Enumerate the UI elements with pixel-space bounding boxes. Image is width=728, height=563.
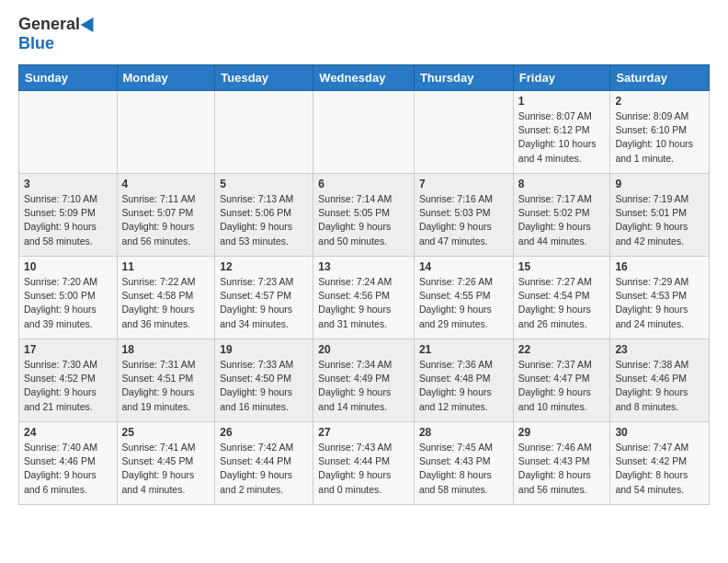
day-info: Sunrise: 7:16 AMSunset: 5:03 PMDaylight:… [419, 192, 508, 248]
day-number: 28 [419, 426, 508, 439]
day-number: 19 [220, 343, 308, 356]
table-row: 25Sunrise: 7:41 AMSunset: 4:45 PMDayligh… [117, 422, 215, 505]
day-number: 29 [518, 426, 606, 439]
header: General Blue [18, 15, 710, 53]
table-row: 5Sunrise: 7:13 AMSunset: 5:06 PMDaylight… [215, 174, 313, 257]
day-info: Sunrise: 7:10 AMSunset: 5:09 PMDaylight:… [24, 192, 112, 248]
table-row: 28Sunrise: 7:45 AMSunset: 4:43 PMDayligh… [414, 422, 513, 505]
day-number: 4 [122, 178, 210, 190]
table-row: 19Sunrise: 7:33 AMSunset: 4:50 PMDayligh… [215, 339, 313, 422]
table-row [19, 91, 118, 174]
table-row: 18Sunrise: 7:31 AMSunset: 4:51 PMDayligh… [117, 339, 215, 422]
day-number: 17 [24, 343, 112, 356]
day-number: 6 [318, 178, 409, 190]
day-info: Sunrise: 7:40 AMSunset: 4:46 PMDaylight:… [24, 441, 112, 497]
day-number: 7 [419, 178, 508, 190]
day-number: 9 [615, 178, 704, 190]
logo-triangle-icon [81, 13, 100, 31]
day-info: Sunrise: 7:34 AMSunset: 4:49 PMDaylight:… [318, 358, 409, 414]
day-info: Sunrise: 7:43 AMSunset: 4:44 PMDaylight:… [318, 441, 409, 497]
day-number: 27 [318, 426, 409, 439]
day-info: Sunrise: 8:09 AMSunset: 6:10 PMDaylight:… [615, 109, 704, 166]
week-row-5: 24Sunrise: 7:40 AMSunset: 4:46 PMDayligh… [19, 422, 710, 505]
day-info: Sunrise: 7:29 AMSunset: 4:53 PMDaylight:… [615, 275, 704, 331]
table-row: 13Sunrise: 7:24 AMSunset: 4:56 PMDayligh… [313, 257, 415, 339]
day-number: 18 [122, 343, 210, 356]
day-info: Sunrise: 7:26 AMSunset: 4:55 PMDaylight:… [419, 275, 508, 331]
day-info: Sunrise: 7:13 AMSunset: 5:06 PMDaylight:… [220, 192, 308, 248]
table-row: 14Sunrise: 7:26 AMSunset: 4:55 PMDayligh… [414, 257, 513, 339]
table-row: 27Sunrise: 7:43 AMSunset: 4:44 PMDayligh… [313, 422, 415, 505]
table-row: 20Sunrise: 7:34 AMSunset: 4:49 PMDayligh… [313, 339, 415, 422]
day-number: 30 [615, 426, 704, 439]
table-row: 12Sunrise: 7:23 AMSunset: 4:57 PMDayligh… [215, 257, 313, 339]
weekday-header-sunday: Sunday [19, 65, 118, 91]
day-info: Sunrise: 7:37 AMSunset: 4:47 PMDaylight:… [518, 358, 606, 414]
table-row: 17Sunrise: 7:30 AMSunset: 4:52 PMDayligh… [19, 339, 118, 422]
day-number: 10 [24, 260, 112, 273]
week-row-4: 17Sunrise: 7:30 AMSunset: 4:52 PMDayligh… [19, 339, 710, 422]
table-row [117, 91, 215, 174]
day-info: Sunrise: 7:14 AMSunset: 5:05 PMDaylight:… [318, 192, 409, 248]
day-number: 26 [220, 426, 308, 439]
day-info: Sunrise: 7:23 AMSunset: 4:57 PMDaylight:… [220, 275, 308, 331]
day-info: Sunrise: 7:24 AMSunset: 4:56 PMDaylight:… [318, 275, 409, 331]
day-info: Sunrise: 7:46 AMSunset: 4:43 PMDaylight:… [518, 441, 606, 497]
day-number: 1 [518, 95, 606, 108]
logo: General Blue [18, 15, 97, 53]
day-number: 5 [220, 178, 308, 190]
day-number: 11 [122, 260, 210, 273]
day-number: 20 [318, 343, 409, 356]
table-row [414, 91, 513, 174]
table-row: 4Sunrise: 7:11 AMSunset: 5:07 PMDaylight… [117, 174, 215, 257]
logo-blue-text: Blue [18, 34, 54, 53]
day-info: Sunrise: 7:17 AMSunset: 5:02 PMDaylight:… [518, 192, 606, 248]
table-row: 24Sunrise: 7:40 AMSunset: 4:46 PMDayligh… [19, 422, 118, 505]
table-row: 16Sunrise: 7:29 AMSunset: 4:53 PMDayligh… [610, 257, 710, 339]
table-row: 3Sunrise: 7:10 AMSunset: 5:09 PMDaylight… [19, 174, 118, 257]
weekday-header-monday: Monday [117, 65, 215, 91]
day-info: Sunrise: 7:33 AMSunset: 4:50 PMDaylight:… [220, 358, 308, 414]
day-number: 13 [318, 260, 409, 273]
logo-general-text: General [18, 15, 80, 34]
day-info: Sunrise: 7:38 AMSunset: 4:46 PMDaylight:… [615, 358, 704, 414]
weekday-header-row: SundayMondayTuesdayWednesdayThursdayFrid… [19, 65, 710, 91]
table-row: 23Sunrise: 7:38 AMSunset: 4:46 PMDayligh… [610, 339, 710, 422]
table-row: 1Sunrise: 8:07 AMSunset: 6:12 PMDaylight… [513, 91, 610, 174]
table-row: 6Sunrise: 7:14 AMSunset: 5:05 PMDaylight… [313, 174, 415, 257]
weekday-header-saturday: Saturday [610, 65, 710, 91]
table-row: 10Sunrise: 7:20 AMSunset: 5:00 PMDayligh… [19, 257, 118, 339]
table-row: 21Sunrise: 7:36 AMSunset: 4:48 PMDayligh… [414, 339, 513, 422]
day-info: Sunrise: 7:31 AMSunset: 4:51 PMDaylight:… [122, 358, 210, 414]
table-row: 11Sunrise: 7:22 AMSunset: 4:58 PMDayligh… [117, 257, 215, 339]
table-row [313, 91, 415, 174]
table-row: 22Sunrise: 7:37 AMSunset: 4:47 PMDayligh… [513, 339, 610, 422]
day-number: 14 [419, 260, 508, 273]
day-info: Sunrise: 8:07 AMSunset: 6:12 PMDaylight:… [518, 109, 606, 166]
day-number: 24 [24, 426, 112, 439]
day-number: 3 [24, 178, 112, 190]
day-number: 15 [518, 260, 606, 273]
calendar-table: SundayMondayTuesdayWednesdayThursdayFrid… [18, 64, 710, 505]
table-row: 9Sunrise: 7:19 AMSunset: 5:01 PMDaylight… [610, 174, 710, 257]
table-row: 2Sunrise: 8:09 AMSunset: 6:10 PMDaylight… [610, 91, 710, 174]
day-info: Sunrise: 7:45 AMSunset: 4:43 PMDaylight:… [419, 441, 508, 497]
day-info: Sunrise: 7:47 AMSunset: 4:42 PMDaylight:… [615, 441, 704, 497]
day-number: 2 [615, 95, 704, 108]
day-info: Sunrise: 7:11 AMSunset: 5:07 PMDaylight:… [122, 192, 210, 248]
day-info: Sunrise: 7:22 AMSunset: 4:58 PMDaylight:… [122, 275, 210, 331]
table-row: 26Sunrise: 7:42 AMSunset: 4:44 PMDayligh… [215, 422, 313, 505]
day-info: Sunrise: 7:27 AMSunset: 4:54 PMDaylight:… [518, 275, 606, 331]
table-row: 15Sunrise: 7:27 AMSunset: 4:54 PMDayligh… [513, 257, 610, 339]
day-number: 23 [615, 343, 704, 356]
day-info: Sunrise: 7:19 AMSunset: 5:01 PMDaylight:… [615, 192, 704, 248]
day-number: 16 [615, 260, 704, 273]
weekday-header-friday: Friday [513, 65, 610, 91]
day-number: 21 [419, 343, 508, 356]
table-row: 7Sunrise: 7:16 AMSunset: 5:03 PMDaylight… [414, 174, 513, 257]
week-row-3: 10Sunrise: 7:20 AMSunset: 5:00 PMDayligh… [19, 257, 710, 339]
week-row-2: 3Sunrise: 7:10 AMSunset: 5:09 PMDaylight… [19, 174, 710, 257]
weekday-header-thursday: Thursday [414, 65, 513, 91]
day-info: Sunrise: 7:42 AMSunset: 4:44 PMDaylight:… [220, 441, 308, 497]
day-info: Sunrise: 7:20 AMSunset: 5:00 PMDaylight:… [24, 275, 112, 331]
